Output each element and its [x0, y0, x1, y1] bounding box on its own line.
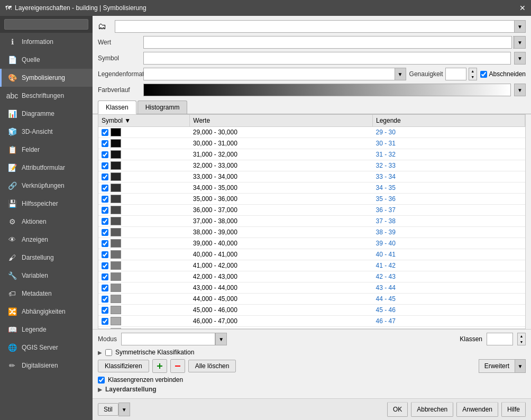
- alle-loeschen-button[interactable]: Alle löschen: [188, 360, 236, 372]
- sidebar-item-digitalisieren[interactable]: ✏ Digitalisieren: [0, 357, 93, 375]
- row-checkbox-5[interactable]: [102, 185, 108, 191]
- add-class-button[interactable]: [152, 359, 167, 373]
- sidebar-item-legende[interactable]: 📖 Legende: [0, 321, 93, 339]
- renderer-dropdown-arrow[interactable]: ▼: [514, 20, 526, 33]
- table-row[interactable]: 29,000 - 30,000 29 - 30: [98, 127, 525, 138]
- color-swatch-2[interactable]: [111, 150, 121, 159]
- sym-checkbox[interactable]: [105, 349, 112, 356]
- row-checkbox-7[interactable]: [102, 207, 108, 214]
- sidebar-search-input[interactable]: [4, 19, 88, 30]
- color-swatch-12[interactable]: [111, 261, 121, 270]
- sidebar-item-variablen[interactable]: 🔧 Variablen: [0, 267, 93, 285]
- sidebar-item-felder[interactable]: 📋 Felder: [0, 141, 93, 159]
- renderer-input[interactable]: Abgestuft: [115, 20, 526, 33]
- color-swatch-10[interactable]: [111, 239, 121, 248]
- table-row[interactable]: 30,000 - 31,000 30 - 31: [98, 138, 525, 149]
- layerdarstellung-triangle[interactable]: ▶: [98, 387, 102, 392]
- table-row[interactable]: 38,000 - 39,000 38 - 39: [98, 227, 525, 238]
- wert-input[interactable]: "building:levels": [143, 36, 512, 49]
- sidebar-item-metadaten[interactable]: 🏷 Metadaten: [0, 285, 93, 303]
- color-swatch-9[interactable]: [111, 228, 121, 236]
- table-row[interactable]: 39,000 - 40,000 39 - 40: [98, 238, 525, 249]
- table-row[interactable]: 41,000 - 42,000 41 - 42: [98, 260, 525, 271]
- table-row[interactable]: 35,000 - 36,000 35 - 36: [98, 194, 525, 205]
- sidebar-item-information[interactable]: ℹ Information: [0, 33, 93, 51]
- row-checkbox-1[interactable]: [102, 140, 108, 147]
- ok-button[interactable]: OK: [387, 402, 408, 417]
- row-checkbox-13[interactable]: [102, 273, 108, 280]
- color-swatch-15[interactable]: [111, 295, 121, 303]
- legende-dropdown-arrow[interactable]: ▼: [395, 68, 406, 80]
- hilfe-button[interactable]: Hilfe: [501, 402, 526, 417]
- klassen-spin-down[interactable]: ▼: [518, 339, 525, 345]
- stil-dropdown-arrow[interactable]: ▼: [118, 403, 130, 416]
- symbol-dropdown-arrow[interactable]: ▼: [514, 52, 526, 65]
- sidebar-item-attributformular[interactable]: 📝 Attributformular: [0, 159, 93, 177]
- color-swatch-7[interactable]: [111, 206, 121, 214]
- spin-down[interactable]: ▼: [469, 74, 477, 80]
- color-swatch-4[interactable]: [111, 172, 121, 181]
- abschneiden-checkbox[interactable]: [480, 71, 487, 78]
- genauigkeit-input[interactable]: 1: [445, 68, 466, 80]
- legende-input[interactable]: %1 - %2: [143, 68, 406, 80]
- color-swatch-1[interactable]: [111, 139, 121, 148]
- row-checkbox-4[interactable]: [102, 174, 108, 180]
- spin-up[interactable]: ▲: [469, 68, 477, 74]
- color-swatch-17[interactable]: [111, 317, 121, 325]
- color-swatch-0[interactable]: [111, 128, 121, 136]
- table-row[interactable]: 37,000 - 38,000 37 - 38: [98, 216, 525, 227]
- table-row[interactable]: 45,000 - 46,000 45 - 46: [98, 305, 525, 316]
- sidebar-item-abhaengigkeiten[interactable]: 🔀 Abhängigkeiten: [0, 303, 93, 321]
- col-header-legende[interactable]: Legende: [372, 115, 525, 127]
- modus-input[interactable]: Gleiches Intervall: [121, 333, 215, 345]
- close-icon[interactable]: ✕: [519, 4, 526, 12]
- color-swatch-14[interactable]: [111, 284, 121, 292]
- sidebar-item-darstellung[interactable]: 🖌 Darstellung: [0, 249, 93, 267]
- modus-dropdown-arrow[interactable]: ▼: [215, 333, 227, 345]
- color-swatch-8[interactable]: [111, 217, 121, 225]
- row-checkbox-11[interactable]: [102, 251, 108, 258]
- row-checkbox-6[interactable]: [102, 196, 108, 203]
- row-checkbox-15[interactable]: [102, 296, 108, 303]
- row-checkbox-14[interactable]: [102, 285, 108, 291]
- farbverlauf-bar[interactable]: [143, 84, 511, 96]
- color-swatch-6[interactable]: [111, 195, 121, 203]
- row-checkbox-12[interactable]: [102, 262, 108, 269]
- row-checkbox-9[interactable]: [102, 229, 108, 236]
- sidebar-item-beschriftungen[interactable]: abc Beschriftungen: [0, 87, 93, 105]
- sym-triangle[interactable]: ▶: [98, 350, 102, 355]
- erweitert-dropdown-arrow[interactable]: ▼: [515, 359, 526, 373]
- sidebar-item-hilfsspeicher[interactable]: 💾 Hilfsspeicher: [0, 195, 93, 213]
- table-row[interactable]: 32,000 - 33,000 32 - 33: [98, 160, 525, 171]
- row-checkbox-0[interactable]: [102, 129, 108, 136]
- table-row[interactable]: 36,000 - 37,000 36 - 37: [98, 205, 525, 216]
- row-checkbox-10[interactable]: [102, 240, 108, 247]
- sidebar-item-verknuepfungen[interactable]: 🔗 Verknüpfungen: [0, 177, 93, 195]
- table-row[interactable]: 43,000 - 44,000 43 - 44: [98, 282, 525, 294]
- klassen-spin-buttons[interactable]: ▲ ▼: [517, 333, 526, 345]
- klassen-spin-up[interactable]: ▲: [518, 333, 525, 339]
- abbrechen-button[interactable]: Abbrechen: [411, 402, 453, 417]
- sidebar-item-aktionen[interactable]: ⚙ Aktionen: [0, 213, 93, 231]
- tab-histogramm[interactable]: Histogramm: [138, 101, 188, 114]
- table-row[interactable]: 46,000 - 47,000 46 - 47: [98, 316, 525, 327]
- table-row[interactable]: 33,000 - 34,000 33 - 34: [98, 171, 525, 182]
- klassen-input[interactable]: 49: [487, 333, 513, 345]
- row-checkbox-3[interactable]: [102, 162, 108, 169]
- table-row[interactable]: 40,000 - 41,000 40 - 41: [98, 249, 525, 260]
- farbverlauf-dropdown-arrow[interactable]: ▼: [514, 84, 526, 96]
- tab-klassen[interactable]: Klassen: [98, 101, 136, 114]
- color-swatch-3[interactable]: [111, 161, 121, 170]
- col-header-werte[interactable]: Werte: [190, 115, 373, 127]
- row-checkbox-16[interactable]: [102, 307, 108, 314]
- sidebar-item-ansicht3d[interactable]: 🧊 3D-Ansicht: [0, 123, 93, 141]
- table-row[interactable]: 31,000 - 32,000 31 - 32: [98, 149, 525, 160]
- color-swatch-16[interactable]: [111, 306, 121, 314]
- klassengrenze-checkbox[interactable]: [98, 377, 105, 384]
- sidebar-item-anzeigen[interactable]: 👁 Anzeigen: [0, 231, 93, 249]
- sidebar-item-qgisserver[interactable]: 🌐 QGIS Server: [0, 339, 93, 357]
- remove-class-button[interactable]: [170, 359, 185, 373]
- row-checkbox-8[interactable]: [102, 218, 108, 225]
- row-checkbox-2[interactable]: [102, 151, 108, 158]
- table-row[interactable]: 42,000 - 43,000 42 - 43: [98, 271, 525, 282]
